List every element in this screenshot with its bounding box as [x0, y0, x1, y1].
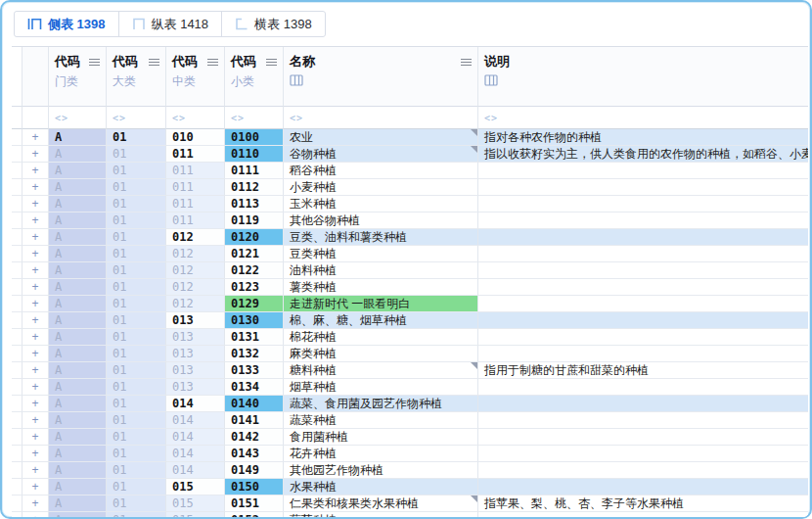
cell-code-class[interactable]: 0152 — [225, 512, 284, 519]
row-expand-button[interactable]: + — [23, 146, 49, 163]
cell-code-group[interactable]: 014 — [166, 412, 225, 429]
cell-code-group[interactable]: 011 — [166, 212, 225, 229]
cell-code-section[interactable]: A — [49, 262, 107, 279]
row-expand-button[interactable]: + — [23, 296, 49, 312]
cell-name[interactable]: 棉花种植 — [284, 329, 478, 346]
cell-code-group[interactable]: 012 — [166, 246, 225, 262]
cell-code-section[interactable]: A — [49, 346, 107, 362]
cell-code-section[interactable]: A — [49, 296, 107, 312]
cell-code-division[interactable]: 01 — [107, 512, 166, 519]
cell-description[interactable]: 指用于制糖的甘蔗和甜菜的种植 — [478, 362, 808, 379]
cell-code-group[interactable]: 011 — [166, 146, 225, 163]
cell-description[interactable] — [478, 446, 808, 462]
cell-code-section[interactable]: A — [49, 412, 107, 429]
cell-description[interactable] — [478, 429, 808, 446]
cell-description[interactable] — [478, 246, 808, 262]
cell-description[interactable] — [478, 279, 808, 296]
cell-description[interactable] — [478, 512, 808, 519]
cell-description[interactable] — [478, 479, 808, 495]
cell-code-division[interactable]: 01 — [107, 229, 166, 246]
cell-description[interactable] — [478, 346, 808, 362]
cell-code-group[interactable]: 015 — [166, 479, 225, 495]
row-expand-button[interactable]: + — [23, 312, 49, 329]
cell-description[interactable] — [478, 262, 808, 279]
cell-code-group[interactable]: 014 — [166, 446, 225, 462]
cell-code-division[interactable]: 01 — [107, 396, 166, 412]
cell-code-group[interactable]: 012 — [166, 262, 225, 279]
filter-cell-description[interactable]: <> — [478, 107, 808, 129]
cell-code-division[interactable]: 01 — [107, 279, 166, 296]
cell-code-division[interactable]: 01 — [107, 495, 166, 512]
cell-code-class[interactable]: 0150 — [225, 479, 284, 495]
cell-code-section[interactable]: A — [49, 379, 107, 396]
column-menu-icon[interactable] — [461, 58, 472, 67]
cell-description[interactable]: 指对各种农作物的种植 — [478, 129, 808, 146]
cell-description[interactable] — [478, 163, 808, 179]
column-header-code-group[interactable]: 代码 中类 — [166, 47, 225, 107]
cell-code-division[interactable]: 01 — [107, 212, 166, 229]
cell-code-section[interactable]: A — [49, 446, 107, 462]
cell-code-group[interactable]: 014 — [166, 462, 225, 479]
cell-code-group[interactable]: 010 — [166, 129, 225, 146]
row-expand-button[interactable]: + — [23, 163, 49, 179]
cell-code-section[interactable]: A — [49, 229, 107, 246]
filter-cell-code-class[interactable]: <> — [225, 107, 284, 129]
filter-cell-code-section[interactable]: <> — [49, 107, 107, 129]
cell-name[interactable]: 其他园艺作物种植 — [284, 462, 478, 479]
cell-code-class[interactable]: 0141 — [225, 412, 284, 429]
cell-code-section[interactable]: A — [49, 246, 107, 262]
tab-horizontal-table[interactable]: 横表 1398 — [222, 12, 325, 36]
cell-description[interactable] — [478, 412, 808, 429]
cell-code-group[interactable]: 015 — [166, 495, 225, 512]
cell-code-division[interactable]: 01 — [107, 296, 166, 312]
column-header-code-class[interactable]: 代码 小类 — [225, 47, 284, 107]
column-menu-icon[interactable] — [207, 58, 218, 67]
cell-code-division[interactable]: 01 — [107, 262, 166, 279]
row-expand-button[interactable]: + — [23, 329, 49, 346]
cell-code-section[interactable]: A — [49, 312, 107, 329]
column-menu-icon[interactable] — [149, 58, 159, 67]
cell-code-section[interactable]: A — [49, 362, 107, 379]
row-expand-button[interactable]: + — [23, 379, 49, 396]
row-expand-button[interactable]: + — [23, 246, 49, 262]
cell-description[interactable] — [478, 312, 808, 329]
cell-code-class[interactable]: 0120 — [225, 229, 284, 246]
row-expand-button[interactable]: + — [23, 196, 49, 212]
cell-description[interactable] — [478, 296, 808, 312]
cell-code-division[interactable]: 01 — [107, 446, 166, 462]
column-menu-icon[interactable] — [89, 58, 100, 67]
row-expand-button[interactable]: + — [23, 495, 49, 512]
cell-name[interactable]: 豆类、油料和薯类种植 — [284, 229, 478, 246]
cell-name[interactable]: 蔬菜种植 — [284, 412, 478, 429]
cell-name[interactable]: 蔬菜、食用菌及园艺作物种植 — [284, 396, 478, 412]
cell-code-division[interactable]: 01 — [107, 329, 166, 346]
cell-code-section[interactable]: A — [49, 179, 107, 196]
cell-code-division[interactable]: 01 — [107, 346, 166, 362]
cell-code-class[interactable]: 0129 — [225, 296, 284, 312]
cell-code-group[interactable]: 013 — [166, 362, 225, 379]
row-expand-button[interactable]: + — [23, 412, 49, 429]
cell-description[interactable] — [478, 462, 808, 479]
cell-code-class[interactable]: 0110 — [225, 146, 284, 163]
cell-code-group[interactable]: 012 — [166, 296, 225, 312]
cell-code-group[interactable]: 014 — [166, 429, 225, 446]
cell-code-class[interactable]: 0123 — [225, 279, 284, 296]
cell-code-group[interactable]: 013 — [166, 379, 225, 396]
row-expand-button[interactable]: + — [23, 362, 49, 379]
cell-code-section[interactable]: A — [49, 212, 107, 229]
cell-name[interactable]: 水果种植 — [284, 479, 478, 495]
cell-code-class[interactable]: 0134 — [225, 379, 284, 396]
cell-code-section[interactable]: A — [49, 495, 107, 512]
cell-name[interactable]: 麻类种植 — [284, 346, 478, 362]
cell-code-division[interactable]: 01 — [107, 163, 166, 179]
row-expand-button[interactable]: + — [23, 429, 49, 446]
cell-code-group[interactable]: 011 — [166, 196, 225, 212]
cell-code-class[interactable]: 0122 — [225, 262, 284, 279]
row-expand-button[interactable]: + — [23, 446, 49, 462]
cell-name[interactable]: 玉米种植 — [284, 196, 478, 212]
column-header-description[interactable]: 说明 — [478, 47, 808, 107]
row-expand-button[interactable]: + — [23, 229, 49, 246]
column-menu-icon[interactable] — [266, 58, 277, 67]
cell-code-class[interactable]: 0100 — [225, 129, 284, 146]
cell-code-class[interactable]: 0113 — [225, 196, 284, 212]
